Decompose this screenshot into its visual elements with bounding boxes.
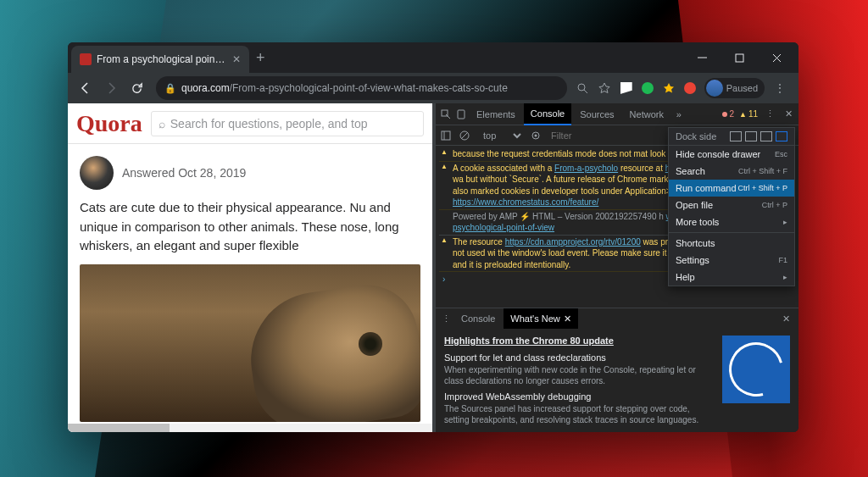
back-button[interactable] xyxy=(75,77,97,99)
menu-item-run-command[interactable]: Run commandCtrl + Shift + P xyxy=(669,180,794,197)
lock-icon: 🔒 xyxy=(164,83,176,94)
svg-rect-3 xyxy=(458,110,465,119)
extension-flag-icon[interactable] xyxy=(620,81,633,95)
extension-red-icon[interactable] xyxy=(684,82,696,94)
devtools-tabs: Elements Console Sources Network » 2 ▲11… xyxy=(436,103,798,125)
close-button[interactable] xyxy=(758,45,795,70)
answered-date: Answered Oct 28, 2019 xyxy=(122,166,246,180)
tab-network[interactable]: Network xyxy=(623,103,670,125)
svg-point-1 xyxy=(578,84,585,91)
drawer-heading: Support for let and class redeclarations xyxy=(444,352,714,363)
dock-side-row: Dock side xyxy=(669,128,794,146)
devtools-badges: 2 ▲11 ⋮ ✕ xyxy=(722,108,795,121)
drawer-body: Highlights from the Chrome 80 update Sup… xyxy=(436,329,798,432)
menu-separator xyxy=(669,232,794,233)
answer-image xyxy=(80,264,420,422)
answer-text: Cats are cute due to their physical appe… xyxy=(68,195,432,264)
drawer-paragraph: When experimenting with new code in the … xyxy=(444,364,714,386)
favicon-icon xyxy=(80,53,92,65)
svg-line-7 xyxy=(461,132,468,139)
context-select[interactable]: top xyxy=(476,128,524,143)
window-controls xyxy=(683,45,795,70)
chrome-window: From a psychological point of vie ✕ + 🔒 … xyxy=(68,42,798,432)
browser-tab[interactable]: From a psychological point of vie ✕ xyxy=(71,46,249,73)
drawer-tab-console[interactable]: Console xyxy=(454,308,502,329)
menu-item-more-tools[interactable]: More tools▸ xyxy=(669,214,794,230)
extension-green-icon[interactable] xyxy=(642,82,654,94)
inspect-icon[interactable] xyxy=(439,108,453,121)
menu-item-settings[interactable]: SettingsF1 xyxy=(669,252,794,269)
content-area: Quora ⌕ Search for questions, people, an… xyxy=(68,103,798,432)
avatar-icon xyxy=(706,80,723,97)
answer-meta: Answered Oct 28, 2019 xyxy=(68,144,432,195)
menu-item-hide-console-drawer[interactable]: Hide console drawerEsc xyxy=(669,146,794,163)
tab-title: From a psychological point of vie xyxy=(97,53,227,65)
drawer-illustration xyxy=(722,336,790,403)
profile-button[interactable]: Paused xyxy=(704,78,765,98)
author-avatar[interactable] xyxy=(80,156,114,190)
devtools: Elements Console Sources Network » 2 ▲11… xyxy=(436,103,798,432)
toolbar-actions: Paused ⋮ xyxy=(576,78,792,98)
forward-button[interactable] xyxy=(100,77,122,99)
quora-logo[interactable]: Quora xyxy=(76,110,142,137)
menu-item-help[interactable]: Help▸ xyxy=(669,269,794,286)
dock-side-label: Dock side xyxy=(676,131,716,141)
addressbar[interactable]: 🔒 quora.com/From-a-psychological-point-o… xyxy=(156,76,567,100)
menu-item-shortcuts[interactable]: Shortcuts xyxy=(669,235,794,252)
more-tabs-icon[interactable]: » xyxy=(672,108,686,121)
drawer-tabs: ⋮ Console What's New ✕ ✕ xyxy=(436,308,798,329)
tab-sources[interactable]: Sources xyxy=(573,103,620,125)
maximize-button[interactable] xyxy=(721,45,758,70)
drawer-title: Highlights from the Chrome 80 update xyxy=(444,336,714,346)
menu-item-open-file[interactable]: Open fileCtrl + P xyxy=(669,197,794,214)
new-tab-button[interactable]: + xyxy=(256,49,265,67)
devtools-close-icon[interactable]: ✕ xyxy=(782,108,795,121)
settings-icon[interactable]: ⋮ xyxy=(763,108,776,121)
drawer-close-icon[interactable]: ✕ xyxy=(777,313,795,324)
drawer-paragraph: The Sources panel has increased support … xyxy=(444,403,714,425)
dock-left-icon[interactable] xyxy=(745,131,757,141)
star-icon[interactable] xyxy=(598,81,611,95)
dock-undock-icon[interactable] xyxy=(730,131,742,141)
device-icon[interactable] xyxy=(454,108,468,121)
scrollbar-thumb[interactable] xyxy=(68,424,170,432)
menu-item-search[interactable]: SearchCtrl + Shift + F xyxy=(669,163,794,180)
tab-close-icon[interactable]: ✕ xyxy=(232,53,241,65)
menu-button[interactable]: ⋮ xyxy=(773,81,787,95)
quora-header: Quora ⌕ Search for questions, people, an… xyxy=(68,103,432,144)
drawer-heading: Improved WebAssembly debugging xyxy=(444,391,714,402)
console-sidebar-icon[interactable] xyxy=(439,129,453,142)
error-badge[interactable]: 2 xyxy=(722,109,734,119)
drawer-tab-whatsnew[interactable]: What's New ✕ xyxy=(504,308,577,329)
tab-elements[interactable]: Elements xyxy=(470,103,522,125)
zoom-icon[interactable] xyxy=(576,81,589,95)
quora-search[interactable]: ⌕ Search for questions, people, and top xyxy=(151,111,424,136)
devtools-drawer: ⋮ Console What's New ✕ ✕ Highlights from… xyxy=(436,308,798,432)
svg-rect-4 xyxy=(442,131,450,140)
svg-point-9 xyxy=(535,134,537,136)
search-placeholder: Search for questions, people, and top xyxy=(170,117,368,130)
minimize-button[interactable] xyxy=(683,45,721,70)
dock-right-icon[interactable] xyxy=(776,131,787,141)
tab-console[interactable]: Console xyxy=(524,103,571,125)
horizontal-scrollbar[interactable] xyxy=(68,424,432,432)
tab-close-icon[interactable]: ✕ xyxy=(564,313,571,324)
profile-label: Paused xyxy=(726,83,758,93)
titlebar: From a psychological point of vie ✕ + xyxy=(68,42,798,73)
url: quora.com/From-a-psychological-point-of-… xyxy=(181,82,559,94)
live-expression-icon[interactable] xyxy=(529,129,542,142)
search-icon: ⌕ xyxy=(159,117,165,130)
page-viewport[interactable]: Quora ⌕ Search for questions, people, an… xyxy=(68,103,432,432)
reload-button[interactable] xyxy=(125,77,147,99)
devtools-menu: Dock side Hide console drawerEscSearchCt… xyxy=(668,127,795,286)
drawer-menu-icon[interactable]: ⋮ xyxy=(439,312,453,325)
toolbar: 🔒 quora.com/From-a-psychological-point-o… xyxy=(68,73,798,103)
extension-star-icon[interactable] xyxy=(662,81,676,95)
warning-badge[interactable]: ▲11 xyxy=(739,109,758,119)
dock-bottom-icon[interactable] xyxy=(760,131,772,141)
svg-rect-0 xyxy=(736,54,743,62)
clear-console-icon[interactable] xyxy=(458,129,471,142)
